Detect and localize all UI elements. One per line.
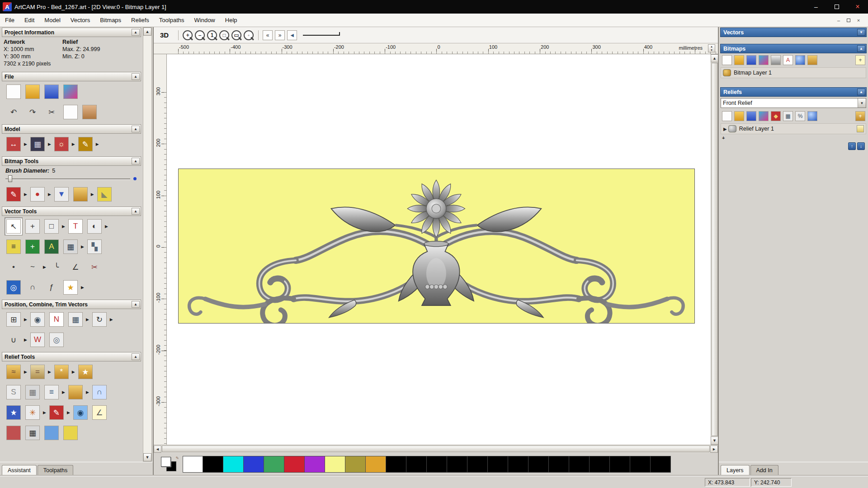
flyout-arrow-icon[interactable]: ▶	[72, 370, 75, 374]
collapse-button[interactable]: ▲	[857, 89, 865, 95]
nesting-icon[interactable]: N	[47, 310, 66, 328]
new-bitmap-icon[interactable]	[721, 54, 733, 66]
cross-copy-tool-icon[interactable]: +	[24, 238, 42, 256]
relief-layers-icon[interactable]: ≡	[42, 383, 61, 401]
bitmap-palette-icon[interactable]	[807, 54, 818, 66]
flyout-arrow-icon[interactable]: ▶	[24, 370, 27, 374]
flyout-arrow-icon[interactable]: ▶	[62, 390, 65, 394]
relief-extra-2-icon[interactable]: ▦	[24, 424, 42, 442]
offset-tool-icon[interactable]: ≡	[5, 238, 23, 256]
ruler-units-spinner[interactable]: ▲▼	[708, 44, 715, 52]
pin-relief-icon[interactable]	[66, 383, 85, 401]
palette-swatch-22[interactable]	[630, 456, 651, 473]
relief-from-image-icon[interactable]	[758, 110, 769, 122]
model-from-image-icon[interactable]	[61, 83, 80, 101]
palette-swatch-19[interactable]	[569, 456, 590, 473]
weld-vectors-icon[interactable]: W	[28, 331, 47, 349]
zoom-in-icon[interactable]: +	[182, 29, 193, 41]
flyout-arrow-icon[interactable]: ▶	[86, 390, 89, 394]
menu-item-model[interactable]: Model	[39, 14, 65, 26]
new-bitmap-layer-icon[interactable]: +	[854, 54, 866, 66]
horizontal-scroll-thumb[interactable]	[162, 446, 710, 452]
move-layer-down-button[interactable]: ↓	[857, 142, 865, 150]
relief-scale-icon[interactable]: %	[794, 110, 806, 122]
relief-calculate-icon[interactable]: ▦	[782, 110, 794, 122]
star-relief-icon[interactable]: ★	[76, 363, 94, 381]
flyout-arrow-icon[interactable]: ▶	[62, 224, 65, 229]
set-model-size-icon[interactable]: ↔	[5, 135, 23, 153]
colour-palette-icon[interactable]	[71, 185, 90, 203]
move-layer-up-button[interactable]: ↑	[848, 142, 856, 150]
bitmap-layer-row[interactable]: Bitmap Layer 1	[721, 67, 866, 78]
bucket-fill-icon[interactable]: ◣	[95, 185, 113, 203]
paint-relief-icon[interactable]: ✎	[47, 404, 66, 422]
weave-relief-icon[interactable]: ▦	[24, 383, 42, 401]
fit-arc-icon[interactable]: ∪	[5, 331, 23, 349]
palette-swatch-13[interactable]	[447, 456, 467, 473]
snap-grid-toggle-icon[interactable]: «	[262, 29, 274, 41]
relief-layer-row[interactable]: ▶ Relief Layer 1	[721, 123, 866, 134]
open-model-icon[interactable]	[24, 83, 42, 101]
adjust-model-icon[interactable]: ▦	[28, 135, 47, 153]
palette-swatch-18[interactable]	[549, 456, 569, 473]
palette-swatch-16[interactable]	[508, 456, 528, 473]
flyout-arrow-icon[interactable]: ▶	[48, 142, 51, 146]
palette-swatch-4[interactable]	[264, 456, 284, 473]
flyout-arrow-icon[interactable]: ▶	[81, 244, 84, 249]
palette-swatch-8[interactable]	[345, 456, 366, 473]
align-vectors-icon[interactable]: ⊞	[5, 310, 23, 328]
undo-icon[interactable]: ↶	[5, 103, 23, 121]
model-lighting-icon[interactable]: ☼	[52, 135, 71, 153]
line-style-widget[interactable]	[303, 31, 344, 40]
assistant-scrollbar[interactable]: ▲ ▼	[143, 27, 152, 462]
zoom-page-icon[interactable]: ▭	[231, 29, 242, 41]
flyout-arrow-icon[interactable]: ▶	[105, 224, 108, 229]
dome-relief-icon[interactable]: ∩	[90, 383, 108, 401]
palette-swatch-17[interactable]	[528, 456, 549, 473]
palette-swatch-23[interactable]	[651, 456, 671, 473]
extrude-tool-icon[interactable]: ◎	[5, 278, 23, 296]
vertical-scroll-thumb[interactable]	[712, 63, 718, 436]
sculpt-relief-icon[interactable]: *	[52, 363, 71, 381]
redo-icon[interactable]: ↷	[24, 103, 42, 121]
bitmap-text-icon[interactable]: A	[782, 54, 794, 66]
brush-diameter-slider[interactable]	[5, 175, 137, 183]
tab-toolpaths[interactable]: Toolpaths	[38, 465, 74, 476]
mirror-tool-icon[interactable]: ◐	[85, 217, 104, 235]
smooth-relief-icon[interactable]: ≈	[5, 363, 23, 381]
sand-relief-icon[interactable]: =	[28, 363, 47, 381]
artcam-logo-icon[interactable]: A	[3, 2, 12, 11]
collapse-button[interactable]: ▲	[132, 208, 140, 215]
palette-swatch-6[interactable]	[305, 456, 325, 473]
freehand-tool-icon[interactable]: ~	[24, 258, 42, 276]
mdi-close-button[interactable]: ×	[854, 16, 863, 25]
scroll-right-icon[interactable]: ►	[710, 446, 718, 453]
collapse-button[interactable]: ▲	[857, 45, 865, 52]
relief-extra-3-icon[interactable]	[42, 424, 61, 442]
flood-fill-icon[interactable]: ▼	[52, 185, 71, 203]
grid-tool-icon[interactable]: ▦	[61, 238, 80, 256]
palette-swatch-12[interactable]	[427, 456, 447, 473]
polyline-tool-icon[interactable]: ∠	[66, 258, 85, 276]
paint-selective-icon[interactable]: ●	[28, 185, 47, 203]
open-bitmap-icon[interactable]	[733, 54, 745, 66]
bitmap-from-model-icon[interactable]	[758, 54, 769, 66]
edit-model-icon[interactable]: ✎	[76, 135, 94, 153]
rectangle-tool-icon[interactable]: □	[42, 217, 61, 235]
arc-tool-icon[interactable]: ∩	[24, 278, 42, 296]
flyout-arrow-icon[interactable]: ▶	[24, 142, 27, 146]
collapse-button[interactable]: ▲	[132, 158, 140, 164]
circular-array-icon[interactable]: ◉	[28, 310, 47, 328]
tab-assistant[interactable]: Assistant	[2, 465, 37, 476]
new-model-icon[interactable]	[5, 83, 23, 101]
array-copy-tool-icon[interactable]: ▚	[85, 238, 104, 256]
flyout-arrow-icon[interactable]: ▶	[67, 410, 70, 415]
zoom-objects-icon[interactable]: ◦	[243, 29, 255, 41]
flyout-arrow-icon[interactable]: ▶	[48, 192, 51, 197]
palette-swatch-3[interactable]	[244, 456, 264, 473]
cut-icon[interactable]: ✂	[42, 103, 61, 121]
rotate-array-icon[interactable]: ↻	[90, 310, 108, 328]
relief-layer-visibility-icon[interactable]	[857, 125, 864, 132]
menu-item-toolpaths[interactable]: Toolpaths	[154, 14, 189, 26]
mdi-minimize-button[interactable]: –	[834, 16, 844, 25]
